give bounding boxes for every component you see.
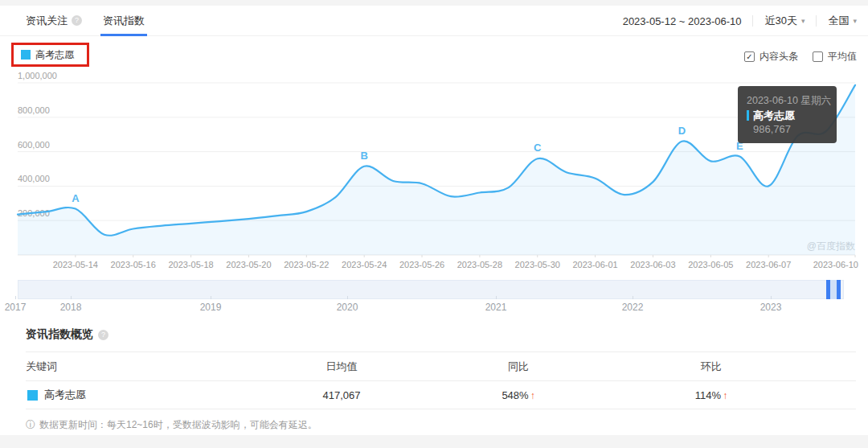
x-axis-tick-label: 2023-06-07 [746, 260, 791, 269]
checkbox-unchecked-icon[interactable] [813, 51, 823, 62]
x-axis-tick-label: 2023-05-18 [168, 260, 213, 269]
col-header-yoy: 同比 [418, 360, 619, 374]
help-icon[interactable]: ? [98, 330, 108, 340]
region-dropdown-value: 全国 [828, 14, 849, 28]
period-dropdown-value: 近30天 [764, 14, 796, 28]
mom-value: 114%↑ [619, 389, 804, 401]
toggle-content-headline[interactable]: ✓ 内容头条 [744, 50, 798, 64]
legend-color-swatch [21, 50, 31, 60]
event-marker-A[interactable]: A [72, 192, 80, 204]
toggle-average-label: 平均值 [828, 50, 857, 64]
yoy-percent: 548% [502, 389, 528, 401]
event-marker-B[interactable]: B [360, 150, 367, 162]
baidu-index-page: { "header": { "tabs": [ { "label": "资讯关注… [0, 0, 868, 448]
col-header-daily-avg: 日均值 [265, 360, 418, 374]
tooltip-series-color-bar [747, 110, 749, 121]
timeline-year-label: 2020 [337, 302, 358, 313]
toggle-content-headline-label: 内容头条 [760, 50, 798, 64]
timeline-year-label: 2019 [200, 302, 222, 313]
separator [816, 15, 817, 27]
tooltip-series-row: 高考志愿 [747, 109, 837, 122]
period-dropdown[interactable]: 近30天 ▾ [764, 14, 805, 28]
chevron-down-icon: ▾ [853, 17, 857, 25]
up-arrow-icon: ↑ [723, 390, 727, 401]
y-axis-tick-label: 600,000 [18, 140, 50, 150]
chart-tooltip: 2023-06-10 星期六 高考志愿 986,767 [738, 86, 837, 143]
timeline-year-tick [347, 296, 348, 299]
date-range-label: 2023-05-12 ~ 2023-06-10 [623, 15, 742, 27]
y-axis-tick-label: 1,000,000 [18, 72, 57, 80]
tab-news-index[interactable]: 资讯指数 [103, 6, 145, 35]
daily-avg-value: 417,067 [265, 389, 418, 401]
timeline-handle-right[interactable] [837, 280, 841, 299]
header: 资讯关注 ? 资讯指数 2023-05-12 ~ 2023-06-10 近30天… [0, 6, 868, 36]
x-axis-tick-label: 2023-05-28 [457, 260, 502, 269]
y-axis-tick-label: 400,000 [18, 174, 50, 183]
data-update-note: ⓘ 数据更新时间：每天12~16时，受数据波动影响，可能会有延迟。 [26, 418, 317, 432]
mom-percent: 114% [695, 389, 721, 401]
up-arrow-icon: ↑ [530, 390, 535, 401]
info-icon: ⓘ [26, 418, 35, 432]
timeline-year-tick [771, 296, 772, 299]
col-header-keyword: 关键词 [26, 360, 265, 374]
x-axis-tick-label: 2023-06-03 [630, 260, 675, 269]
tab-news-attention[interactable]: 资讯关注 ? [26, 6, 82, 35]
keyword-cell[interactable]: 高考志愿 [26, 388, 265, 402]
separator [752, 15, 753, 27]
x-axis-tick-label: 2023-05-30 [515, 260, 560, 269]
tooltip-date: 2023-06-10 星期六 [747, 94, 837, 108]
timeline-year-tick [633, 296, 633, 299]
yoy-value: 548%↑ [418, 389, 619, 401]
table-header-row: 关键词 日均值 同比 环比 [26, 352, 856, 381]
x-axis-tick-label: 2023-05-26 [399, 260, 444, 269]
timeline-year-tick [211, 296, 211, 299]
area-fill [18, 85, 855, 255]
checkbox-checked-icon[interactable]: ✓ [744, 51, 755, 62]
table-row: 高考志愿 417,067 548%↑ 114%↑ [26, 381, 856, 409]
data-update-note-text: 数据更新时间：每天12~16时，受数据波动影响，可能会有延迟。 [39, 418, 317, 432]
timeline-slider-track[interactable] [18, 280, 844, 299]
x-axis-tick-label: 2023-05-16 [111, 260, 156, 269]
timeline-year-tick [496, 296, 497, 299]
timeline-handle-left[interactable] [826, 280, 830, 299]
index-card: 资讯关注 ? 资讯指数 2023-05-12 ~ 2023-06-10 近30天… [0, 6, 868, 435]
x-axis-tick-label: 2023-05-14 [53, 260, 98, 269]
header-controls: 2023-05-12 ~ 2023-06-10 近30天 ▾ 全国 ▾ [623, 6, 857, 36]
tooltip-keyword: 高考志愿 [753, 109, 795, 122]
watermark: @百度指数 [807, 240, 855, 253]
tab-news-attention-label: 资讯关注 [26, 14, 68, 28]
keyword-label: 高考志愿 [44, 388, 86, 402]
region-dropdown[interactable]: 全国 ▾ [828, 14, 857, 28]
x-axis-tick-label: 2023-06-10 [813, 260, 858, 269]
overview-section-title: 资讯指数概览 [26, 327, 93, 342]
legend-keyword-label: 高考志愿 [35, 48, 74, 62]
tab-news-index-label: 资讯指数 [103, 14, 145, 28]
timeline-year-label: 2023 [760, 302, 782, 313]
overview-title-row: 资讯指数概览 ? [26, 327, 108, 342]
help-icon[interactable]: ? [72, 15, 82, 26]
event-marker-C[interactable]: C [534, 142, 542, 154]
timeline-year-tick [71, 296, 72, 299]
x-axis-tick-label: 2023-05-22 [284, 260, 329, 269]
x-axis-tick-label: 2023-06-01 [572, 260, 617, 269]
legend-highlight-box: 高考志愿 [11, 43, 89, 67]
col-header-mom: 环比 [619, 360, 804, 374]
x-axis-tick-label: 2023-05-24 [342, 260, 387, 269]
timeline-year-label: 2021 [485, 302, 507, 313]
x-axis-tick-label: 2023-05-20 [226, 260, 271, 269]
chart-option-toggles: ✓ 内容头条 平均值 [744, 50, 857, 64]
timeline-year-label: 2022 [622, 302, 644, 313]
timeline-year-tick [15, 296, 16, 299]
chevron-down-icon: ▾ [801, 17, 805, 25]
toggle-average[interactable]: 平均值 [813, 50, 857, 64]
timeline-year-label: 2017 [5, 302, 27, 313]
overview-table: 关键词 日均值 同比 环比 高考志愿 417,067 548%↑ 114%↑ [26, 351, 856, 409]
legend-item[interactable]: 高考志愿 [21, 48, 74, 62]
timeline-year-label: 2018 [60, 302, 82, 313]
event-marker-D[interactable]: D [678, 125, 686, 137]
y-axis-tick-label: 800,000 [18, 105, 50, 115]
timeline-selected-range[interactable] [830, 280, 837, 299]
tooltip-value: 986,767 [747, 122, 837, 136]
x-axis-tick-label: 2023-06-05 [688, 260, 733, 269]
keyword-color-swatch [27, 390, 38, 401]
